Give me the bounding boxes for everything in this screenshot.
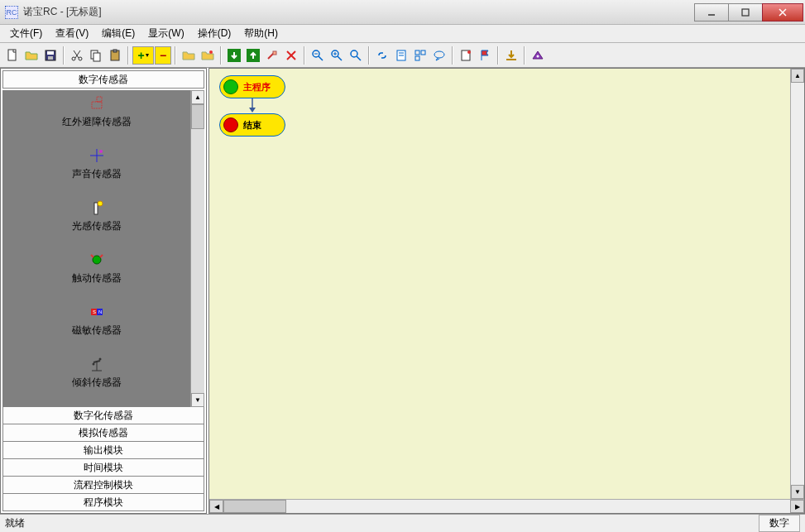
link-button[interactable] [373,46,391,65]
blocks-button[interactable] [411,46,429,65]
touch-sensor-icon [89,252,105,268]
new-file-button[interactable] [3,46,22,65]
menu-view[interactable]: 查看(V) [49,25,95,42]
sidebar-cat-digital[interactable]: 数字化传感器 [2,406,204,424]
sidebar-item-label: 光感传感器 [72,219,122,233]
status-left: 就绪 [5,516,25,530]
scroll-track[interactable] [286,500,790,513]
scroll-right-icon[interactable]: ▶ [790,500,804,513]
down-arrow-green-button[interactable] [225,46,243,65]
sidebar-item-label: 磁敏传感器 [72,324,122,338]
svg-line-23 [319,56,323,60]
sidebar-item-touch-sensor[interactable]: 触动传感器 [72,252,122,285]
svg-line-50 [91,255,93,257]
scroll-down-icon[interactable]: ▼ [191,393,204,407]
sidebar-cat-output[interactable]: 输出模块 [2,441,204,459]
remove-button[interactable]: − [155,46,171,65]
svg-text:S: S [93,309,96,314]
cut-button[interactable] [68,46,86,65]
svg-point-48 [98,201,103,206]
svg-point-39 [467,50,471,54]
menu-display[interactable]: 显示(W) [141,25,190,42]
toolbar-separator [127,46,129,65]
scroll-up-icon[interactable]: ▲ [791,69,804,83]
add-button[interactable]: +▾ [132,46,154,65]
svg-line-26 [338,56,342,60]
up-arrow-green-button[interactable] [244,46,262,65]
menu-help[interactable]: 帮助(H) [237,25,285,42]
start-label: 主程序 [243,81,271,93]
open-button[interactable] [22,46,41,65]
sidebar-item-magnet-sensor[interactable]: SN 磁敏传感器 [72,304,122,338]
svg-marker-62 [249,108,256,113]
paste-button[interactable] [106,46,124,65]
zoom-in-button[interactable] [328,46,346,65]
svg-point-11 [79,57,82,60]
menu-operate[interactable]: 操作(D) [191,25,238,42]
sidebar-item-label: 触动传感器 [72,271,122,285]
sidebar-cat-program[interactable]: 程序模块 [2,493,204,511]
svg-rect-47 [94,203,98,214]
sidebar-cat-time[interactable]: 时间模块 [2,458,204,477]
scroll-track[interactable] [791,83,804,485]
sidebar-scrollbar[interactable]: ▲ ▼ [190,90,204,407]
menu-edit[interactable]: 编辑(E) [95,25,141,42]
zoom-fit-button[interactable] [347,46,365,65]
save-button[interactable] [41,46,60,65]
folder1-button[interactable] [180,46,198,65]
close-button[interactable] [762,3,803,22]
doc-button[interactable] [392,46,410,65]
svg-point-59 [92,363,94,366]
tooltip-button[interactable] [430,46,448,65]
sidebar-list: 红外避障传感器 声音传感器 光感传感器 触动传感器 SN 磁敏传感器 [2,90,204,407]
svg-rect-15 [113,50,117,52]
sidebar-cat-flow[interactable]: 流程控制模块 [2,476,204,494]
sidebar-item-light-sensor[interactable]: 光感传感器 [72,199,122,233]
svg-line-58 [93,361,100,362]
scroll-track[interactable] [191,129,204,393]
menu-file[interactable]: 文件(F) [3,25,49,42]
sidebar-item-tilt-sensor[interactable]: 倾斜传感器 [72,356,122,390]
scroll-up-icon[interactable]: ▲ [191,90,204,104]
svg-rect-4 [8,50,16,60]
download-button[interactable] [502,46,520,65]
maximize-button[interactable] [728,3,763,22]
delete-button[interactable] [282,46,300,65]
help-button[interactable] [529,46,547,65]
app-icon: RC [5,6,18,19]
svg-rect-1 [742,9,749,16]
canvas[interactable]: 主程序 结束 ▲ ▼ [209,69,804,499]
svg-point-46 [99,150,103,153]
folder2-button[interactable] [199,46,217,65]
end-label: 结束 [243,119,261,132]
scroll-thumb[interactable] [191,104,204,129]
sidebar-item-sound-sensor[interactable]: 声音传感器 [72,147,122,181]
statusbar: 就绪 数字 [0,514,805,532]
clear-button[interactable] [263,46,281,65]
ir-sensor-icon [89,95,105,112]
scroll-left-icon[interactable]: ◀ [209,500,223,513]
end-dot-icon [223,117,238,132]
svg-rect-40 [506,59,516,60]
minimize-button[interactable] [694,3,729,22]
sound-sensor-icon [89,147,105,164]
toolbar-separator [452,46,453,65]
sidebar-item-ir-sensor[interactable]: 红外避障传感器 [62,95,132,129]
scroll-thumb[interactable] [223,500,286,513]
svg-line-30 [357,56,361,60]
svg-point-60 [98,358,101,361]
scroll-down-icon[interactable]: ▼ [791,485,804,499]
note-button[interactable] [457,46,475,65]
flow-node-end[interactable]: 结束 [219,113,285,137]
svg-rect-13 [93,53,100,61]
flag-button[interactable] [476,46,494,65]
zoom-out-button[interactable] [309,46,327,65]
flow-node-start[interactable]: 主程序 [219,75,285,98]
canvas-horizontal-scrollbar[interactable]: ◀ ▶ [209,499,804,513]
sidebar-header[interactable]: 数字传感器 [2,70,204,89]
sidebar-cat-analog[interactable]: 模拟传感器 [2,424,204,442]
menubar: 文件(F) 查看(V) 编辑(E) 显示(W) 操作(D) 帮助(H) [0,25,805,43]
content-area: 数字传感器 红外避障传感器 声音传感器 光感传感器 触动传感器 [0,68,805,514]
canvas-vertical-scrollbar[interactable]: ▲ ▼ [790,69,804,499]
copy-button[interactable] [87,46,105,65]
